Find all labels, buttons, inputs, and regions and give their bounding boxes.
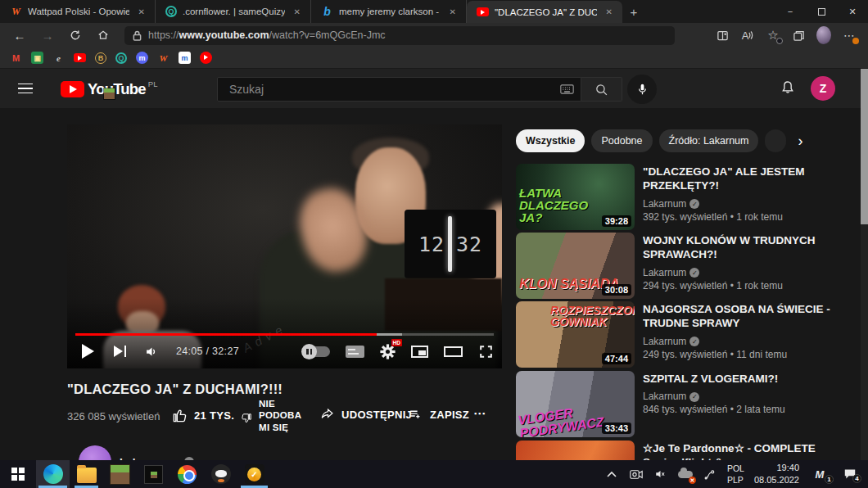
account-avatar[interactable]: Z [811,76,835,101]
start-button[interactable] [0,460,36,488]
window-close-button[interactable]: ✕ [837,0,868,23]
taskbar-file-explorer-icon[interactable] [70,460,103,488]
taskbar-minecraft-launcher-icon[interactable] [137,460,170,488]
back-button[interactable]: ← [11,27,28,43]
suggestion-item[interactable]: ROZPIESZCZONY GÓWNIAK 47:44 NAJGORSZA OS… [516,301,861,368]
action-center-icon[interactable]: 4 [840,467,860,481]
like-button[interactable]: 21 TYS. [172,408,234,423]
home-button[interactable] [95,27,111,43]
more-actions-button[interactable]: ⋯ [473,406,487,421]
language-indicator[interactable]: POL PLP [727,463,744,486]
taskbar-chrome-icon[interactable] [170,460,204,488]
fullscreen-icon[interactable] [478,344,494,359]
taskbar-norton-icon[interactable]: ✓ [237,460,271,488]
page-scrollbar[interactable] [861,69,868,460]
onedrive-icon[interactable]: ✕ [678,467,693,481]
chip-all[interactable]: Wszystkie [516,129,585,152]
suggestion-thumbnail[interactable]: VLOGER PODRYWACZ 33:43 [516,371,635,437]
keyboard-icon[interactable] [560,84,574,94]
settings-gear-icon[interactable]: HD [380,344,396,359]
quill-icon[interactable]: e [52,52,65,64]
search-button[interactable] [581,77,622,102]
tab-close-icon[interactable]: ✕ [291,6,304,18]
progress-bar[interactable] [75,333,494,337]
suggestion-thumbnail[interactable]: ROZPIESZCZONY GÓWNIAK 47:44 [516,301,635,368]
tab-close-icon[interactable]: ✕ [603,6,616,18]
tab-wattpad[interactable]: W Wattpad Polski - Opowieści tętni ✕ [0,0,156,23]
new-tab-button[interactable]: + [622,0,645,23]
youtube-icon[interactable] [74,53,86,62]
chip-from-channel[interactable]: Źródło: Lakarnum [659,129,759,152]
suggestion-item[interactable]: ŁATWA DLACZEGO JA? 39:28 "DLACZEGO JA" A… [516,164,861,230]
suggestion-channel[interactable]: Lakarnum✓ [643,391,856,402]
suggestion-title[interactable]: NAJGORSZA OSOBA NA ŚWIECIE - TRUDNE SPRA… [643,302,856,331]
tab-samequizy[interactable]: Q .cornflower. | sameQuizy ✕ [156,0,311,23]
meet-now-icon[interactable] [629,467,644,481]
voice-search-button[interactable] [627,75,657,104]
video-player[interactable]: 12 32 Adve 24:05 / 32:27 [67,124,502,368]
tray-expand-chevron-icon[interactable] [604,467,619,481]
suggestion-channel[interactable]: Lakarnum✓ [643,267,856,278]
m-circle-icon[interactable]: m [136,52,148,64]
read-aloud-icon[interactable]: A [740,28,755,43]
dislike-button[interactable]: NIE PODOBA MI SIĘ [241,398,310,433]
scrollbar-thumb[interactable] [861,69,868,224]
suggestion-thumbnail[interactable]: ŁATWA DLACZEGO JA? 39:28 [516,164,635,230]
profile-avatar[interactable] [816,28,831,43]
tray-link-icon[interactable] [703,467,717,481]
refresh-button[interactable] [67,27,84,43]
chip-partial[interactable] [765,129,786,152]
tray-app-m-icon[interactable]: M 1 [809,467,830,481]
taskbar-curseforge-icon[interactable] [204,460,237,488]
suggestion-title[interactable]: SZPITAL Z VLOGERAMI?! [643,372,856,386]
suggestion-item[interactable]: KLON SĄSIADA 30:08 WOJNY KLONÓW W TRUDNY… [516,233,861,299]
tab-title: "DLACZEGO JA" Z DUCHAMI?!!! [495,7,597,17]
notifications-bell-icon[interactable] [780,79,796,97]
play-button[interactable] [82,344,94,359]
gmail-icon[interactable]: M [10,52,22,64]
settings-more-icon[interactable]: ⋯ [842,28,857,43]
tab-close-icon[interactable]: ✕ [135,6,148,18]
collections-icon[interactable] [791,28,806,43]
clock-date[interactable]: 19:40 08.05.2022 [754,462,799,487]
miniplayer-icon[interactable] [411,346,428,358]
tab-youtube-active[interactable]: "DLACZEGO JA" Z DUCHAMI?!!! ✕ [467,1,622,23]
musescore-icon[interactable]: m [179,52,191,64]
search-box[interactable] [217,77,581,102]
subtitles-icon[interactable] [346,346,364,358]
search-input[interactable] [229,83,560,96]
suggestion-title[interactable]: "DLACZEGO JA" ALE JESTEM PRZEKLĘTY?! [643,165,856,193]
hamburger-menu-icon[interactable] [18,84,33,94]
taskbar-minecraft-icon[interactable] [103,460,137,488]
classroom-icon[interactable]: ▣ [31,52,43,64]
ytmusic-icon[interactable] [200,52,212,64]
chip-related[interactable]: Podobne [591,129,652,152]
suggestion-item[interactable]: VLOGER PODRYWACZ 33:43 SZPITAL Z VLOGERA… [516,371,861,437]
volume-muted-icon[interactable] [653,467,668,481]
bitmoji-icon[interactable]: B [95,52,106,64]
suggestion-channel[interactable]: Lakarnum✓ [643,336,856,347]
wattpad-icon[interactable]: W [157,52,170,64]
suggestion-title[interactable]: WOJNY KLONÓW W TRUDNYCH SPRAWACH?! [643,233,856,262]
tab-bing[interactable]: b memy jeremy clarkson - Bing im ✕ [311,0,467,23]
taskbar-edge-icon[interactable] [36,460,70,488]
volume-button[interactable] [144,345,160,359]
next-video-button[interactable] [114,346,126,357]
window-maximize-button[interactable] [806,0,837,23]
tab-close-icon[interactable]: ✕ [446,6,459,18]
autoplay-toggle[interactable] [303,346,330,357]
suggestion-thumbnail[interactable]: KLON SĄSIADA 30:08 [516,233,635,299]
minecraft-cursor-icon [104,88,115,99]
forward-button[interactable]: → [39,27,56,43]
window-minimize-button[interactable]: − [775,0,806,23]
thumbnail-overlay-text: ROZPIESZCZONY GÓWNIAK [550,305,632,328]
samequizy-icon[interactable]: Q [115,52,127,64]
address-bar[interactable]: https://www.youtube.com/watch?v=6mQGcEn-… [124,26,675,45]
theater-mode-icon[interactable] [444,346,463,357]
favorites-star-icon[interactable]: ☆ [766,28,780,43]
share-button[interactable]: UDOSTĘPNIJ [319,408,412,422]
save-button[interactable]: ZAPISZ [408,408,469,422]
split-screen-icon[interactable] [715,28,730,43]
chips-scroll-right-icon[interactable]: › [798,133,802,150]
suggestion-channel[interactable]: Lakarnum✓ [643,198,856,210]
